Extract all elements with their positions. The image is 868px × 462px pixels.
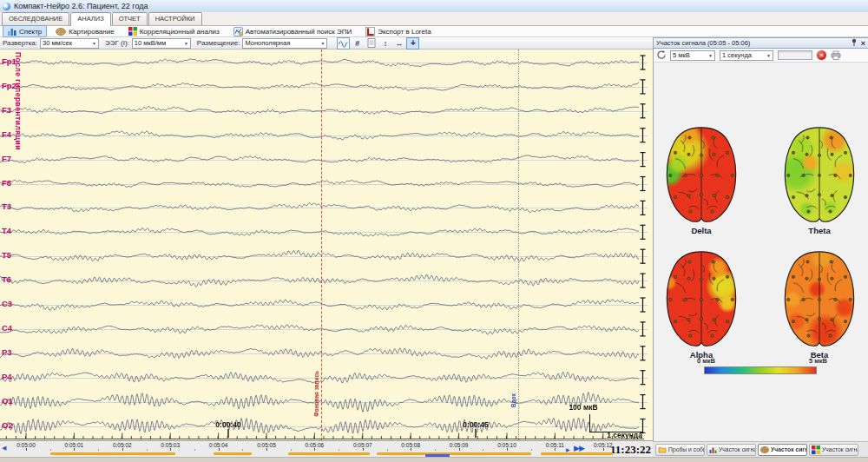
channel-label-t5: T5	[2, 250, 24, 260]
signal-panel-title: Участок сигнала (05:05 - 05:06)	[656, 39, 750, 47]
title-bar: Компакт-Нейро 2.6: Пациент, 22 года	[0, 0, 868, 13]
correlation-grid-icon	[812, 446, 820, 454]
channel-label-f4: F4	[2, 129, 24, 139]
epoch-select[interactable]: 1 секунда ▼	[720, 50, 773, 61]
event-blue-marker-label: Вдох	[510, 393, 516, 407]
pin-icon[interactable]	[851, 38, 858, 48]
activity-segment-bar	[50, 452, 175, 455]
activity-segment-bar	[288, 452, 370, 455]
sweep-select[interactable]: 30 мм/сек ▼	[40, 38, 99, 49]
page-layout-icon[interactable]	[365, 37, 378, 50]
timeline-mid-tick	[242, 449, 243, 451]
menu-tab-2[interactable]: АНАЛИЗ	[70, 12, 110, 26]
timeline-mid-tick	[50, 449, 51, 451]
map-band-label: Delta	[662, 226, 740, 235]
fit-horizontal-icon[interactable]: ↔	[392, 37, 405, 50]
rotate-3d-icon[interactable]	[656, 48, 667, 63]
channel-label-o2: O2	[2, 420, 24, 430]
legend-max-label: 5 мкВ	[775, 357, 827, 365]
montage-select[interactable]: Монополярная ▼	[242, 38, 327, 49]
scale-bracket	[589, 414, 643, 432]
chart-icon	[709, 446, 717, 453]
map-cell-delta	[662, 123, 740, 229]
map-cell-beta	[780, 248, 858, 353]
gain-select[interactable]: 10 мкВ/мм ▼	[132, 38, 191, 49]
brain-tab-icon	[760, 446, 769, 453]
channel-label-f3: F3	[2, 105, 24, 115]
toolbar-button-label: Корреляционный анализ	[140, 28, 220, 36]
panel-tab-bar: Пробы и собы...Участок сигна...Участок с…	[653, 441, 868, 457]
timeline-tick	[122, 448, 123, 451]
timeline-tick-label: 0:05:02	[105, 442, 140, 448]
timeline-tick-label: 0:05:03	[153, 442, 187, 448]
application-window: Компакт-Нейро 2.6: Пациент, 22 года ОБСЛ…	[0, 0, 868, 462]
timeline-tick-label: 0:05:05	[249, 442, 284, 448]
elapsed-time-label: 0:00:40	[207, 420, 250, 429]
grid-icon[interactable]: #	[351, 37, 364, 50]
timeline-left-arrow[interactable]: ◀	[2, 445, 6, 452]
menu-tab-3[interactable]: ОТЧЕТ	[112, 12, 148, 25]
panel-tab-label: Пробы и собы...	[668, 446, 705, 452]
toolbar-button-3[interactable]: Корреляционный анализ	[123, 25, 225, 37]
chevron-down-icon: ▼	[708, 53, 713, 58]
window-title: Компакт-Нейро 2.6: Пациент, 22 года	[14, 2, 148, 10]
brain-map-alpha	[662, 248, 740, 350]
signal-wave-icon[interactable]	[337, 37, 350, 50]
timeline-tick	[219, 448, 220, 451]
menu-tab-bar: ОБСЛЕДОВАНИЕАНАЛИЗОТЧЕТНАСТРОЙКИ	[0, 12, 868, 26]
activity-segment-bar	[377, 452, 530, 455]
chevron-down-icon: ▼	[320, 41, 325, 46]
timeline-tick	[411, 448, 411, 451]
map-band-label: Theta	[780, 226, 858, 235]
menu-tab-4[interactable]: НАСТРОЙКИ	[148, 12, 202, 25]
record-timeline[interactable]: ◀ ▶ ▶▶ 11:23:22 0:05:000:05:010:05:020:0…	[0, 440, 653, 457]
timeline-mid-tick	[291, 449, 292, 451]
close-icon[interactable]: ×	[861, 40, 865, 47]
eeg-waveforms-canvas[interactable]	[0, 50, 653, 440]
channel-label-c4: C4	[2, 323, 24, 333]
toolbar-button-5[interactable]: Экспорт в Loreta	[360, 25, 436, 37]
panel-tab-4[interactable]: Участок сигна...	[809, 444, 858, 456]
chevron-down-icon: ▼	[184, 41, 188, 46]
panel-tab-label: Участок сигна...	[719, 446, 756, 452]
timeline-tick	[314, 448, 315, 451]
timeline-tick-label: 0:05:09	[442, 442, 477, 448]
toolbar-button-2[interactable]: Картирование	[50, 25, 119, 37]
timeline-mid-tick	[435, 449, 436, 451]
panel-tab-2[interactable]: Участок сигна...	[707, 444, 756, 456]
activity-segment-bar	[541, 452, 613, 455]
timeline-tick-label: 0:05:00	[9, 442, 43, 448]
signal-panel-body: 5 мкВ ▼ 1 секунда ▼ × DeltaThetaAlphaBet…	[653, 49, 868, 441]
loreta-export-icon	[365, 27, 375, 36]
map-scale-select[interactable]: 5 мкВ ▼	[670, 50, 715, 61]
eeg-trace-area[interactable]: После гипервентиляции Фоновая записьВдох…	[0, 50, 653, 440]
toolbar-button-4[interactable]: Автоматизированный поиск ЭПИ	[228, 25, 357, 37]
panel-tab-label: Участок сигна...	[822, 446, 858, 452]
toolbar-button-label: Спектр	[19, 28, 42, 36]
settings-toolbar: Развертка: 30 мм/сек ▼ ЭЭГ (I): 10 мкВ/м…	[0, 37, 653, 50]
amplitude-color-scale	[704, 366, 817, 374]
fit-vertical-icon[interactable]: ↕	[378, 37, 391, 50]
timeline-tick	[459, 448, 460, 451]
timeline-mid-tick	[194, 449, 195, 451]
timeline-tick	[555, 448, 556, 451]
timeline-tick	[363, 448, 364, 451]
toolbar-button-1[interactable]: Спектр	[3, 25, 47, 37]
legend-min-label: 0 мкВ	[697, 357, 749, 365]
channel-label-t3: T3	[2, 201, 24, 211]
correlation-grid-icon	[128, 27, 137, 36]
event-red-marker-label: Фоновая запись	[313, 371, 319, 417]
print-icon[interactable]	[831, 48, 841, 63]
channel-label-fp2: Fp2	[2, 81, 24, 90]
panel-tab-3[interactable]: Участок сигна...	[758, 444, 807, 456]
timeline-fast-forward-icon[interactable]: ▶▶	[574, 444, 584, 452]
toolbar-button-label: Автоматизированный поиск ЭПИ	[246, 28, 352, 36]
panel-tab-1[interactable]: Пробы и собы...	[655, 444, 705, 456]
timeline-tick	[170, 448, 171, 451]
menu-tab-1[interactable]: ОБСЛЕДОВАНИЕ	[2, 12, 69, 25]
cancel-icon[interactable]: ×	[817, 50, 826, 60]
channel-label-f7: F7	[2, 154, 24, 163]
timeline-tick-label: 0:05:06	[297, 442, 332, 448]
event-blue-marker-line	[518, 50, 519, 440]
cursor-cross-icon[interactable]: +	[406, 37, 419, 50]
